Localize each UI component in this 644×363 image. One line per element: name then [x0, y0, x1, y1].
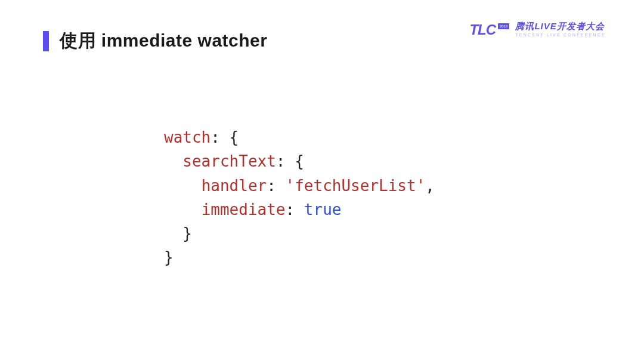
code-token-key: searchText: [182, 152, 276, 170]
code-token-punc: : {: [276, 152, 304, 170]
tlc-logo-text: 腾讯LIVE开发者大会 TENCENT LIVE CONFERENCE: [515, 21, 606, 37]
tlc-logo-en: TENCENT LIVE CONFERENCE: [515, 33, 606, 38]
tlc-logo-abbr: TLC: [469, 21, 496, 38]
tlc-logo-cn: 腾讯LIVE开发者大会: [515, 21, 606, 32]
code-token-punc: : {: [210, 128, 239, 146]
slide-title: 使用 immediate watcher: [60, 29, 267, 53]
code-token-key: handler: [202, 177, 267, 195]
code-token-key: watch: [164, 128, 210, 146]
code-token-key: immediate: [202, 201, 286, 219]
slide-header: 使用 immediate watcher: [43, 29, 267, 53]
code-token-punc: }: [164, 248, 174, 266]
code-token-string: 'fetchUserList': [286, 177, 426, 195]
tlc-logo-badge: 2019: [498, 23, 509, 29]
code-token-punc: :: [286, 201, 304, 219]
accent-bar: [43, 31, 49, 51]
code-token-bool: true: [304, 201, 342, 219]
code-token-punc: :: [267, 177, 285, 195]
code-token-punc: }: [182, 224, 192, 242]
code-token-punc: ,: [425, 177, 435, 195]
conference-logo: TLC 2019 腾讯LIVE开发者大会 TENCENT LIVE CONFER…: [469, 21, 606, 38]
code-snippet: watch: { searchText: { handler: 'fetchUs…: [164, 125, 435, 270]
